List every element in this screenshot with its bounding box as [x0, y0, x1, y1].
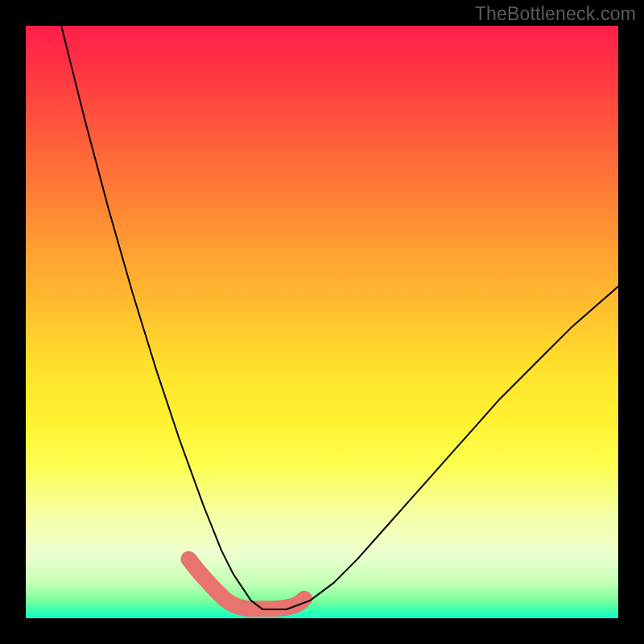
chart-frame: TheBottleneck.com	[0, 0, 644, 644]
chart-plot-area	[26, 26, 618, 618]
chart-svg	[26, 26, 618, 618]
series-bottleneck-curve	[61, 26, 618, 609]
series-highlight-band	[188, 559, 304, 609]
watermark-text: TheBottleneck.com	[475, 3, 636, 25]
